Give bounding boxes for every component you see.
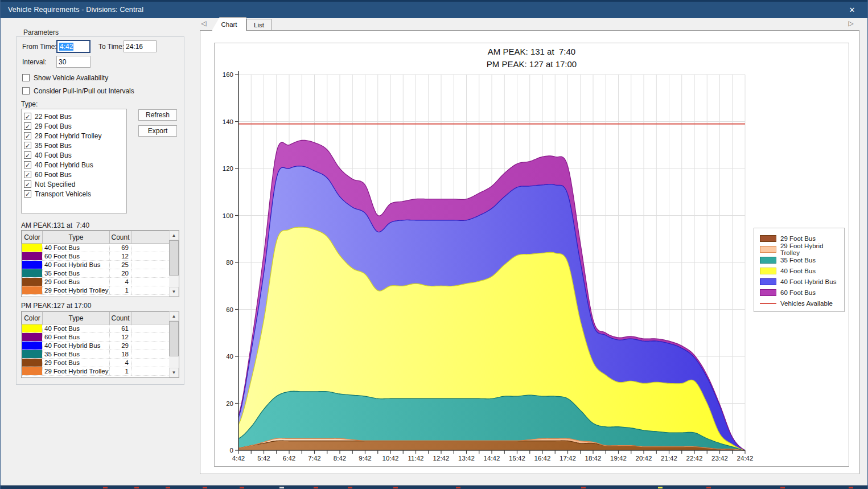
bottom-edge-strip bbox=[1, 485, 867, 489]
color-swatch-cell bbox=[22, 350, 43, 359]
type-item-label: 22 Foot Bus bbox=[35, 113, 72, 121]
x-axis-label: 16:42 bbox=[534, 455, 551, 462]
type-list-item[interactable]: ✓Transport Vehicels bbox=[24, 189, 126, 199]
legend-swatch bbox=[760, 289, 776, 296]
table-row[interactable]: 29 Foot Hybrid Trolley1 bbox=[22, 367, 171, 376]
type-item-checkbox[interactable]: ✓ bbox=[24, 122, 31, 130]
to-time-input[interactable]: 24:16 bbox=[124, 40, 157, 52]
title-bar: Vehicle Requirements - Divisions: Centra… bbox=[1, 0, 867, 18]
filler-cell bbox=[131, 286, 171, 295]
tab-list[interactable]: List bbox=[246, 19, 271, 31]
legend-label: Vehicles Available bbox=[780, 300, 833, 307]
scrollbar-thumb[interactable] bbox=[169, 321, 179, 356]
pm-peak-title: PM PEAK:127 at 17:00 bbox=[21, 302, 91, 310]
filler-cell bbox=[131, 333, 171, 342]
filler-cell bbox=[131, 278, 171, 286]
count-cell: 1 bbox=[110, 286, 131, 295]
table-header-type: Type bbox=[43, 312, 110, 324]
table-row[interactable]: 35 Foot Bus20 bbox=[22, 269, 171, 278]
scroll-down-icon[interactable]: ▼ bbox=[169, 287, 179, 297]
tab-chart[interactable]: Chart bbox=[212, 17, 246, 31]
type-item-checkbox[interactable]: ✓ bbox=[24, 142, 31, 149]
y-axis-label: 120 bbox=[223, 165, 233, 172]
type-item-checkbox[interactable]: ✓ bbox=[24, 113, 31, 120]
consider-pull-intervals-checkbox[interactable] bbox=[22, 87, 30, 94]
scroll-up-icon[interactable]: ▲ bbox=[169, 231, 179, 240]
type-listbox[interactable]: ✓22 Foot Bus✓29 Foot Bus✓29 Foot Hybrid … bbox=[21, 109, 127, 213]
scroll-down-icon[interactable]: ▼ bbox=[169, 368, 179, 377]
filler-cell bbox=[131, 342, 171, 350]
filler-cell bbox=[131, 350, 171, 359]
close-icon[interactable]: ✕ bbox=[846, 4, 858, 17]
type-cell: 29 Foot Bus bbox=[43, 278, 110, 286]
interval-input[interactable]: 30 bbox=[56, 56, 90, 68]
table-scrollbar[interactable]: ▲▼ bbox=[169, 231, 179, 297]
filler-cell bbox=[131, 244, 171, 252]
table-row[interactable]: 40 Foot Hybrid Bus25 bbox=[22, 261, 171, 269]
chart-legend: 29 Foot Bus29 Foot Hybrid Trolley35 Foot… bbox=[754, 228, 845, 312]
type-list-item[interactable]: ✓40 Foot Hybrid Bus bbox=[24, 160, 126, 170]
table-header-type: Type bbox=[43, 231, 110, 244]
count-cell: 12 bbox=[110, 252, 131, 261]
table-header-count: Count bbox=[110, 312, 131, 324]
type-item-checkbox[interactable]: ✓ bbox=[24, 132, 31, 139]
show-vehicle-availability-label: Show Vehicle Availability bbox=[34, 74, 108, 82]
table-header-color: Color bbox=[22, 231, 43, 244]
type-list-item[interactable]: ✓60 Foot Bus bbox=[24, 170, 126, 179]
taskbar-pixels bbox=[103, 487, 108, 488]
type-item-checkbox[interactable]: ✓ bbox=[24, 190, 31, 198]
type-list-item[interactable]: ✓22 Foot Bus bbox=[24, 112, 126, 121]
color-swatch-cell bbox=[22, 286, 43, 295]
count-cell: 12 bbox=[110, 333, 131, 342]
type-list-item[interactable]: ✓29 Foot Hybrid Trolley bbox=[24, 131, 126, 141]
x-axis-label: 20:42 bbox=[636, 455, 652, 462]
legend-label: 29 Foot Bus bbox=[780, 235, 816, 242]
table-row[interactable]: 40 Foot Bus69 bbox=[22, 244, 171, 252]
type-list-item[interactable]: ✓Not Specified bbox=[24, 179, 126, 189]
table-row[interactable]: 29 Foot Bus4 bbox=[22, 359, 171, 367]
type-cell: 35 Foot Bus bbox=[43, 350, 110, 359]
to-time-label: To Time: bbox=[98, 43, 124, 51]
table-scrollbar[interactable]: ▲▼ bbox=[169, 311, 179, 377]
scroll-up-icon[interactable]: ▲ bbox=[169, 311, 179, 321]
type-cell: 29 Foot Hybrid Trolley bbox=[43, 286, 110, 295]
color-swatch-cell bbox=[22, 359, 43, 367]
type-list-item[interactable]: ✓35 Foot Bus bbox=[24, 141, 126, 150]
color-swatch-cell bbox=[22, 252, 43, 261]
table-header-color: Color bbox=[22, 312, 43, 324]
refresh-button[interactable]: Refresh bbox=[138, 109, 177, 121]
table-row[interactable]: 29 Foot Bus4 bbox=[22, 278, 171, 286]
count-cell: 61 bbox=[110, 324, 131, 333]
tab-scroll-left-icon[interactable]: ◁ bbox=[200, 19, 208, 27]
table-row[interactable]: 60 Foot Bus12 bbox=[22, 252, 171, 261]
table-row[interactable]: 40 Foot Hybrid Bus29 bbox=[22, 342, 171, 350]
tab-scroll-right-icon[interactable]: ▷ bbox=[847, 19, 855, 27]
count-cell: 4 bbox=[110, 278, 131, 286]
x-axis-label: 9:42 bbox=[359, 455, 371, 462]
table-row[interactable]: 40 Foot Bus61 bbox=[22, 324, 171, 333]
color-swatch-cell bbox=[22, 342, 43, 350]
type-item-checkbox[interactable]: ✓ bbox=[24, 180, 31, 188]
type-item-checkbox[interactable]: ✓ bbox=[24, 171, 31, 178]
x-axis-label: 23:42 bbox=[711, 455, 728, 462]
from-time-input[interactable]: 4:42 bbox=[56, 40, 90, 53]
table-row[interactable]: 60 Foot Bus12 bbox=[22, 333, 171, 342]
y-axis-label: 40 bbox=[226, 353, 233, 360]
table-row[interactable]: 29 Foot Hybrid Trolley1 bbox=[22, 286, 171, 295]
export-button[interactable]: Export bbox=[138, 125, 177, 137]
type-item-checkbox[interactable]: ✓ bbox=[24, 151, 31, 159]
type-list-item[interactable]: ✓29 Foot Bus bbox=[24, 121, 126, 131]
table-row[interactable]: 35 Foot Bus18 bbox=[22, 350, 171, 359]
scrollbar-thumb[interactable] bbox=[169, 240, 179, 276]
type-item-label: 40 Foot Hybrid Bus bbox=[35, 161, 93, 169]
type-label: Type: bbox=[21, 100, 38, 108]
legend-label: 29 Foot Hybrid Trolley bbox=[780, 243, 844, 256]
count-cell: 4 bbox=[110, 359, 131, 367]
type-item-checkbox[interactable]: ✓ bbox=[24, 161, 31, 169]
interval-label: Interval: bbox=[22, 58, 47, 66]
type-list-item[interactable]: ✓40 Foot Bus bbox=[24, 150, 126, 160]
filler-cell bbox=[131, 324, 171, 333]
show-vehicle-availability-checkbox[interactable] bbox=[22, 74, 30, 81]
color-swatch-cell bbox=[22, 269, 43, 278]
app-window: Vehicle Requirements - Divisions: Centra… bbox=[0, 0, 868, 489]
